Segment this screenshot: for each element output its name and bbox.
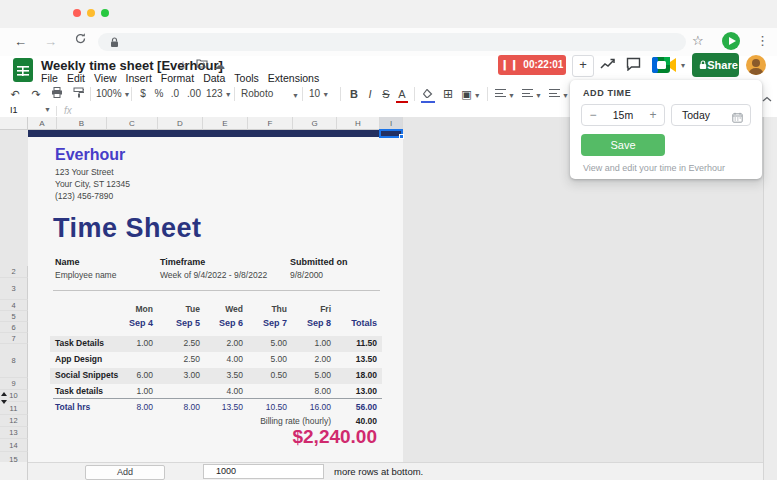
grand-hours-cell[interactable]: 56.00: [331, 400, 377, 415]
row-header-6[interactable]: 6: [0, 322, 28, 333]
date-header[interactable]: Sep 4: [107, 318, 153, 328]
row-header-8[interactable]: 8: [0, 344, 28, 378]
date-header[interactable]: Sep 5: [154, 318, 200, 328]
totals-header[interactable]: Totals: [331, 318, 377, 328]
font-caret-icon[interactable]: ▼: [290, 87, 298, 101]
share-button[interactable]: Share: [692, 53, 739, 77]
time-stepper[interactable]: − 15m +: [581, 104, 665, 126]
font-select[interactable]: Roboto: [241, 87, 293, 101]
save-button[interactable]: Save: [581, 134, 665, 156]
strikethrough-icon[interactable]: S: [380, 87, 392, 101]
add-time-button[interactable]: +: [572, 55, 594, 77]
row-header-5[interactable]: 5: [0, 311, 28, 322]
chart-trend-icon[interactable]: [600, 57, 616, 75]
task-label[interactable]: Task details: [55, 384, 103, 399]
everhour-extension-icon[interactable]: [722, 32, 740, 50]
total-hrs-cell[interactable]: 16.00: [285, 400, 331, 415]
cloud-status-icon[interactable]: ☁: [214, 59, 225, 72]
column-header-E[interactable]: E: [203, 117, 248, 130]
increase-decimal-icon[interactable]: .00: [185, 87, 203, 101]
day-header-mon[interactable]: Mon: [107, 304, 153, 314]
row-header-3[interactable]: 3: [0, 278, 28, 300]
menu-data[interactable]: Data: [203, 72, 225, 84]
name-box-caret-icon[interactable]: ▼: [44, 106, 51, 113]
popup-footer-link[interactable]: View and edit your time in Everhour: [583, 163, 725, 173]
hours-cell[interactable]: 0.50: [241, 368, 287, 383]
hours-cell[interactable]: 5.00: [241, 336, 287, 351]
text-wrap-icon[interactable]: ▼: [548, 87, 570, 101]
sheet-title[interactable]: Time Sheet: [53, 213, 202, 244]
meet-icon[interactable]: [652, 56, 678, 78]
hours-cell[interactable]: 6.00: [107, 368, 153, 383]
hours-cell[interactable]: 8.00: [285, 384, 331, 399]
company-address2[interactable]: Your City, ST 12345: [55, 179, 130, 189]
italic-icon[interactable]: I: [364, 87, 376, 101]
menu-format[interactable]: Format: [161, 72, 194, 84]
decrease-decimal-icon[interactable]: .0: [168, 87, 182, 101]
rows-count-input[interactable]: 1000: [203, 464, 324, 479]
minimize-window-button[interactable]: [87, 9, 95, 17]
borders-icon[interactable]: ⊞: [441, 87, 455, 101]
day-header-tue[interactable]: Tue: [154, 304, 200, 314]
bookmark-star-icon[interactable]: ☆: [692, 33, 704, 48]
close-window-button[interactable]: [73, 9, 81, 17]
menu-tools[interactable]: Tools: [234, 72, 259, 84]
meta-timeframe-value[interactable]: Week of 9/4/2022 - 9/8/2022: [160, 270, 267, 280]
unhide-rows-down-icon[interactable]: [1, 400, 7, 404]
day-header-fri[interactable]: Fri: [285, 304, 331, 314]
column-header-C[interactable]: C: [107, 117, 158, 130]
hours-cell[interactable]: 2.00: [197, 336, 243, 351]
meta-name-label[interactable]: Name: [55, 257, 80, 267]
grand-total-amount[interactable]: $2,240.00: [237, 426, 377, 448]
hours-cell[interactable]: 1.00: [107, 384, 153, 399]
company-name[interactable]: Everhour: [55, 146, 125, 164]
user-avatar[interactable]: [746, 55, 766, 75]
minus-button[interactable]: −: [582, 105, 604, 125]
menu-insert[interactable]: Insert: [126, 72, 152, 84]
column-header-A[interactable]: A: [28, 117, 57, 130]
bold-icon[interactable]: B: [348, 87, 360, 101]
hours-cell[interactable]: 2.50: [154, 352, 200, 367]
move-folder-icon[interactable]: [196, 58, 208, 70]
row-total-cell[interactable]: 13.00: [331, 384, 377, 399]
row-total-cell[interactable]: 13.50: [331, 352, 377, 367]
vertical-align-icon[interactable]: ▼: [521, 87, 543, 101]
back-icon[interactable]: ←: [14, 33, 27, 51]
browser-menu-icon[interactable]: ⋮: [756, 33, 769, 48]
menu-view[interactable]: View: [94, 72, 117, 84]
date-field[interactable]: Today: [671, 104, 751, 126]
font-size-select[interactable]: 10▼: [309, 87, 327, 101]
add-rows-button[interactable]: Add: [85, 465, 165, 480]
meta-submitted-label[interactable]: Submitted on: [290, 257, 348, 267]
text-color-icon[interactable]: A: [396, 87, 408, 103]
task-label[interactable]: Task Details: [55, 336, 104, 351]
address-bar[interactable]: [98, 33, 686, 51]
row-header-9[interactable]: 9: [0, 378, 28, 390]
column-header-D[interactable]: D: [158, 117, 203, 130]
row-header-2[interactable]: 2: [0, 266, 28, 278]
total-hrs-label[interactable]: Total hrs: [55, 400, 90, 415]
hours-cell[interactable]: 2.50: [154, 336, 200, 351]
date-header[interactable]: Sep 8: [285, 318, 331, 328]
meta-name-value[interactable]: Employee name: [55, 270, 116, 280]
zoom-window-button[interactable]: [101, 9, 109, 17]
horizontal-align-icon[interactable]: ▼: [494, 87, 516, 101]
hours-cell[interactable]: 3.50: [197, 368, 243, 383]
meet-caret-icon[interactable]: ▾: [681, 61, 685, 70]
company-phone[interactable]: (123) 456-7890: [55, 191, 113, 201]
hours-cell[interactable]: 5.00: [285, 368, 331, 383]
fill-color-icon[interactable]: [421, 87, 435, 103]
total-hrs-cell[interactable]: 10.50: [241, 400, 287, 415]
row-total-cell[interactable]: 18.00: [331, 368, 377, 383]
plus-stepper-button[interactable]: +: [642, 105, 664, 125]
redo-icon[interactable]: ↷: [29, 87, 43, 101]
hours-cell[interactable]: 3.00: [154, 368, 200, 383]
row-header-13[interactable]: 13: [0, 427, 28, 439]
total-hrs-cell[interactable]: 8.00: [107, 400, 153, 415]
menu-edit[interactable]: Edit: [67, 72, 85, 84]
comment-icon[interactable]: [626, 57, 641, 75]
everhour-timer-badge[interactable]: ❙❙00:22:01: [498, 55, 566, 75]
zoom-select[interactable]: 100%▼: [96, 87, 128, 101]
total-hrs-cell[interactable]: 13.50: [197, 400, 243, 415]
forward-icon[interactable]: →: [44, 33, 57, 51]
